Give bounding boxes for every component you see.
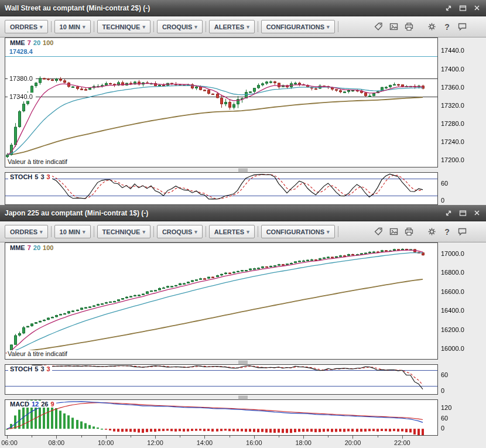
mme-period-20: 20 xyxy=(33,244,40,251)
configurations-menu-button[interactable]: CONFIGURATIONS xyxy=(261,20,335,33)
mme-indicator-label: MME720100 xyxy=(8,39,55,46)
toolbar-wall-street: ORDRES 10 MIN TECHNIQUE CROQUIS ALERTES … xyxy=(0,16,486,37)
candlestick-chart-wall-street[interactable] xyxy=(0,37,486,167)
chevron-down-icon xyxy=(194,229,197,235)
help-glyph: ? xyxy=(444,22,450,32)
chevron-down-icon xyxy=(194,24,197,30)
mme-name: MME xyxy=(10,39,25,46)
toolbar-separator xyxy=(153,226,154,237)
settings-gear-icon[interactable] xyxy=(427,22,437,32)
technical-menu-button[interactable]: TECHNIQUE xyxy=(97,20,150,33)
panel-title: Wall Street au comptant (Mini-contrat 2$… xyxy=(5,4,150,12)
timeframe-menu-button[interactable]: 10 MIN xyxy=(54,20,91,33)
panel-splitter[interactable] xyxy=(0,167,486,172)
timeframe-menu-label: 10 MIN xyxy=(60,23,80,30)
chevron-down-icon xyxy=(40,229,43,235)
chevron-down-icon xyxy=(247,229,249,235)
alerts-menu-button[interactable]: ALERTES xyxy=(209,225,255,238)
mme-indicator-label: MME720100 xyxy=(8,244,55,251)
help-icon[interactable]: ? xyxy=(442,22,452,32)
toolbar-separator xyxy=(153,21,154,32)
stoch-chart-japan-225: STOCH533 xyxy=(0,364,486,395)
timeframe-menu-button[interactable]: 10 MIN xyxy=(54,225,91,238)
help-glyph: ? xyxy=(444,227,450,237)
orders-menu-label: ORDRES xyxy=(10,228,37,235)
titlebar-japan-225: Japon 225 au comptant (Mini-contrat 1$) … xyxy=(0,205,486,221)
popout-window-icon[interactable] xyxy=(458,4,467,12)
macd-chart-japan-225: MACD12269 xyxy=(0,399,486,436)
configurations-menu-button[interactable]: CONFIGURATIONS xyxy=(261,225,335,238)
candlestick-chart-japan-225[interactable] xyxy=(0,242,486,360)
stoch-p3: 3 xyxy=(47,173,50,180)
stochastic-chart-japan-225[interactable] xyxy=(0,364,486,395)
chevron-down-icon xyxy=(327,24,330,30)
mme-period-20: 20 xyxy=(33,39,40,46)
chevron-down-icon xyxy=(83,24,85,30)
help-icon[interactable]: ? xyxy=(442,227,452,237)
macd-name: MACD xyxy=(10,401,29,408)
titlebar-wall-street: Wall Street au comptant (Mini-contrat 2$… xyxy=(0,0,486,16)
expand-icon[interactable] xyxy=(444,4,453,12)
drawings-menu-button[interactable]: CROQUIS xyxy=(157,225,203,238)
stoch-indicator-label: STOCH533 xyxy=(8,173,52,180)
stoch-p1: 5 xyxy=(35,365,38,372)
stoch-p2: 3 xyxy=(40,173,44,180)
toolbar-separator xyxy=(206,21,206,32)
chevron-down-icon xyxy=(327,229,330,235)
drag-grip-icon xyxy=(238,169,248,169)
toolbar-right-icons: ? xyxy=(368,22,481,32)
panel-splitter[interactable] xyxy=(0,360,486,364)
technical-menu-label: TECHNIQUE xyxy=(102,23,141,30)
orders-menu-button[interactable]: ORDRES xyxy=(5,225,48,238)
toolbar-separator xyxy=(338,226,338,237)
tag-icon[interactable] xyxy=(374,227,384,237)
popout-window-icon[interactable] xyxy=(458,209,467,217)
configurations-menu-label: CONFIGURATIONS xyxy=(266,23,324,30)
settings-gear-icon[interactable] xyxy=(427,227,437,237)
macd-p3: 9 xyxy=(51,401,54,408)
drag-grip-icon xyxy=(238,396,248,396)
orders-menu-button[interactable]: ORDRES xyxy=(5,20,48,33)
stoch-p1: 5 xyxy=(35,173,38,180)
stoch-p3: 3 xyxy=(47,365,50,372)
snapshot-icon[interactable] xyxy=(389,227,399,237)
chevron-down-icon xyxy=(247,24,249,30)
tag-icon[interactable] xyxy=(374,22,384,32)
drawings-menu-label: CROQUIS xyxy=(162,228,192,235)
stoch-name: STOCH xyxy=(10,365,32,372)
drawings-menu-button[interactable]: CROQUIS xyxy=(157,20,203,33)
expand-icon[interactable] xyxy=(444,209,453,217)
toolbar-separator xyxy=(94,226,94,237)
time-axis xyxy=(0,436,486,448)
toolbar-separator xyxy=(338,21,338,32)
alerts-menu-label: ALERTES xyxy=(214,23,244,30)
print-icon[interactable] xyxy=(404,22,414,32)
mme-period-7: 7 xyxy=(28,39,31,46)
macd-chart-canvas[interactable] xyxy=(0,399,486,436)
chevron-down-icon xyxy=(142,24,145,30)
macd-p2: 26 xyxy=(41,401,48,408)
print-icon[interactable] xyxy=(404,227,414,237)
drag-grip-icon xyxy=(238,361,248,361)
drawings-menu-label: CROQUIS xyxy=(162,23,192,30)
alerts-menu-button[interactable]: ALERTES xyxy=(209,20,255,33)
feedback-icon[interactable] xyxy=(457,22,467,32)
mme-period-100: 100 xyxy=(43,244,53,251)
price-chart-wall-street: MME720100 Valeur à titre indicatif xyxy=(0,37,486,167)
stoch-chart-wall-street: STOCH533 xyxy=(0,172,486,205)
feedback-icon[interactable] xyxy=(457,227,467,237)
close-icon[interactable] xyxy=(472,209,481,217)
stochastic-chart-wall-street[interactable] xyxy=(0,172,486,205)
panel-splitter[interactable] xyxy=(0,395,486,399)
toolbar-separator xyxy=(258,226,258,237)
panel-title: Japon 225 au comptant (Mini-contrat 1$) … xyxy=(5,209,148,217)
close-icon[interactable] xyxy=(472,4,481,12)
macd-indicator-label: MACD12269 xyxy=(8,401,56,408)
mme-name: MME xyxy=(10,244,25,251)
toolbar-separator xyxy=(51,226,52,237)
chart-panel-japan-225: Japon 225 au comptant (Mini-contrat 1$) … xyxy=(0,205,486,448)
technical-menu-button[interactable]: TECHNIQUE xyxy=(97,225,150,238)
mme-period-100: 100 xyxy=(43,39,53,46)
stoch-indicator-label: STOCH533 xyxy=(8,365,52,372)
snapshot-icon[interactable] xyxy=(389,22,399,32)
